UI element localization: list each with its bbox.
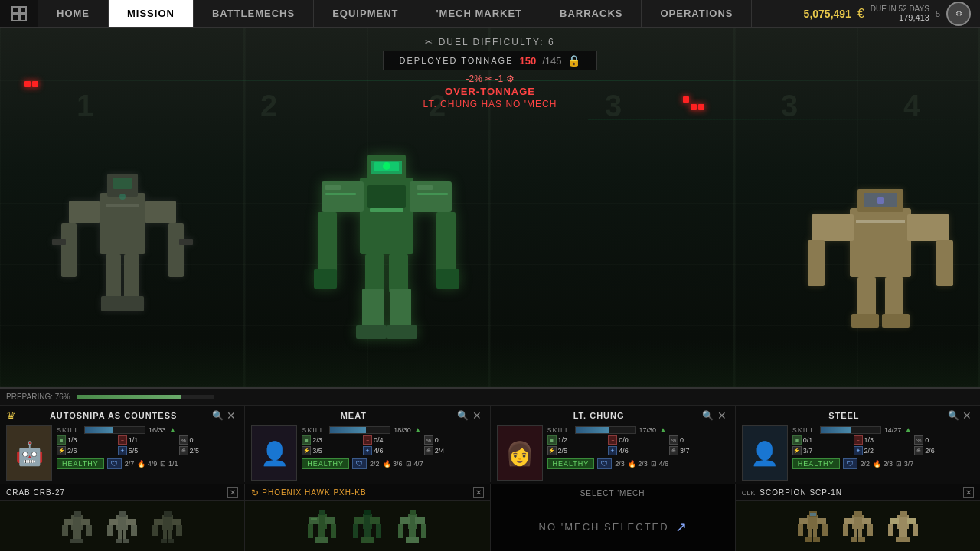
mech-slot-2[interactable] — [302, 109, 471, 357]
mech-thumbs-2 — [245, 501, 489, 551]
pilot-close-btn-4[interactable]: ✕ — [960, 409, 974, 422]
skill-row-3: SKILL: 17/30 ▲ — [547, 425, 729, 434]
pilot-portrait-1: 🤖 — [6, 425, 52, 481]
pilot-stats-3: SKILL: 17/30 ▲ ■ 1/2 − — [547, 425, 729, 469]
bay-number-3a: 3 — [605, 89, 622, 123]
mech-thumb-4-1 — [792, 504, 834, 549]
mech-selector-1[interactable]: CRAB CRB-27 ✕ — [0, 484, 245, 551]
svg-rect-138 — [900, 511, 907, 517]
mech-selector-select[interactable]: SELECT 'MECH NO 'MECH SELECTED ↗ — [491, 484, 736, 551]
svg-rect-97 — [364, 510, 371, 515]
svg-rect-46 — [907, 214, 949, 241]
svg-rect-57 — [64, 519, 73, 525]
mech-selector-2[interactable]: ↻ PHOENIX HAWK PXH-KB ✕ — [245, 484, 490, 551]
svg-point-54 — [877, 197, 884, 204]
svg-rect-78 — [172, 519, 181, 525]
tonnage-label: DEPLOYED TONNAGE — [400, 56, 514, 65]
mech-thumb-1-1 — [56, 504, 98, 549]
stat-icon-3-3: % — [669, 435, 678, 445]
mech-mini-ph-1 — [305, 507, 339, 549]
mech-slot-4[interactable] — [796, 155, 965, 349]
stat-3-6: ⊕ 3/7 — [669, 446, 729, 455]
mech-slot-1[interactable] — [46, 132, 199, 349]
stat-val-3-1: 1/2 — [558, 436, 568, 444]
nav-mech-market[interactable]: 'MECH MARKET — [417, 0, 541, 27]
svg-rect-109 — [415, 517, 425, 524]
svg-rect-56 — [74, 511, 81, 517]
svg-rect-141 — [888, 524, 893, 536]
svg-rect-94 — [322, 537, 328, 543]
nav-logo — [0, 0, 38, 27]
chung-warning: LT. CHUNG HAS NO 'MECH — [423, 99, 557, 109]
pilot-search-btn-4[interactable]: 🔍 — [946, 409, 960, 422]
nav-battlemechs[interactable]: BATTLEMECHS — [194, 0, 314, 27]
status-vals-1: 2/7 — [125, 460, 135, 468]
nav-equipment[interactable]: EQUIPMENT — [314, 0, 417, 27]
bay-number-4: 4 — [903, 89, 920, 123]
stat-icon-1-2: − — [118, 435, 127, 445]
stat-3-2: − 0/0 — [608, 435, 668, 445]
status-vals-3-1: 2/3 — [615, 460, 625, 468]
status-healthy-3: HEALTHY — [547, 458, 595, 469]
nav-home[interactable]: HOME — [38, 0, 109, 27]
stat-2-4: ⚡ 3/5 — [302, 446, 361, 455]
svg-rect-47 — [808, 240, 825, 286]
stat-icon-3-1: ■ — [547, 435, 557, 445]
svg-rect-105 — [367, 537, 374, 543]
skill-label-3: SKILL: — [547, 426, 572, 434]
stat-val-2-1: 2/3 — [312, 436, 322, 444]
status-healthy-4: HEALTHY — [792, 458, 840, 469]
nav-mission[interactable]: MISSION — [109, 0, 194, 27]
top-navigation: HOME MISSION BATTLEMECHS EQUIPMENT 'MECH… — [0, 0, 980, 28]
pilot-search-btn-2[interactable]: 🔍 — [456, 409, 470, 422]
red-light-3 — [691, 104, 697, 110]
svg-rect-49 — [858, 277, 876, 319]
svg-rect-146 — [903, 537, 910, 542]
mech-visual-4 — [796, 155, 965, 346]
pilot-stats-4: SKILL: 14/27 ▲ ■ 0/1 − — [792, 425, 974, 469]
stat-val-2-6: 2/4 — [435, 447, 445, 455]
stat-4-1: ■ 0/1 — [792, 435, 852, 445]
svg-rect-51 — [851, 314, 879, 328]
stat-2-1: ■ 2/3 — [302, 435, 361, 445]
pilot-stats-1: SKILL: 16/33 ▲ ■ 1/3 − — [57, 425, 238, 469]
stat-val-3-4: 2/5 — [558, 447, 568, 455]
mech-close-4[interactable]: ✕ — [963, 487, 974, 498]
svg-rect-29 — [436, 212, 456, 273]
mech-mini-3 — [150, 507, 185, 549]
pilot-search-btn-3[interactable]: 🔍 — [701, 409, 715, 422]
stat-icon-3-4: ⚡ — [547, 446, 557, 455]
mech-thumb-2-3 — [391, 504, 433, 549]
nav-portrait[interactable]: ⚙ — [946, 2, 971, 26]
pilot-search-btn-1[interactable]: 🔍 — [211, 409, 224, 422]
nav-barracks[interactable]: BARRACKS — [541, 0, 642, 27]
svg-point-18 — [119, 194, 126, 200]
pilot-close-btn-2[interactable]: ✕ — [470, 409, 484, 422]
svg-rect-74 — [122, 539, 129, 543]
skill-row-2: SKILL: 18/30 ▲ — [302, 425, 483, 434]
stat-val-4-4: 3/7 — [803, 447, 813, 455]
stat-val-1-4: 2/6 — [67, 447, 77, 455]
pilot-header-4: STEEL 🔍 ✕ — [742, 409, 974, 422]
mech-selector-4[interactable]: CLK SCORPION SCP-1N ✕ — [736, 484, 980, 551]
portrait-number: 5 — [936, 9, 940, 18]
mech-close-2[interactable]: ✕ — [473, 487, 484, 498]
pilot-close-btn-3[interactable]: ✕ — [715, 409, 729, 422]
mech-mini-scorp-3 — [886, 507, 920, 549]
svg-rect-66 — [119, 511, 126, 517]
stat-1-4: ⚡ 2/6 — [57, 446, 116, 455]
status-shield-2: 🛡 — [352, 458, 367, 469]
pilot-close-btn-1[interactable]: ✕ — [224, 409, 238, 422]
svg-rect-114 — [406, 537, 413, 543]
mech-sel-name-2: PHOENIX HAWK PXH-KB — [262, 488, 469, 497]
pilot-status-2: HEALTHY 🛡 2/2 🔥 3/6 ⊡ 4/7 — [302, 458, 483, 469]
stat-val-1-1: 1/3 — [67, 436, 77, 444]
mech-close-1[interactable]: ✕ — [227, 487, 238, 498]
svg-rect-63 — [70, 539, 77, 543]
stat-icon-2-2: − — [363, 435, 372, 445]
pilot-crown-1: ♛ — [6, 409, 16, 422]
svg-rect-126 — [813, 537, 820, 542]
mech-loading-icon: ↻ — [251, 487, 259, 498]
prep-bar: PREPARING: 76% — [0, 389, 980, 406]
nav-operations[interactable]: OPERATIONS — [642, 0, 752, 27]
